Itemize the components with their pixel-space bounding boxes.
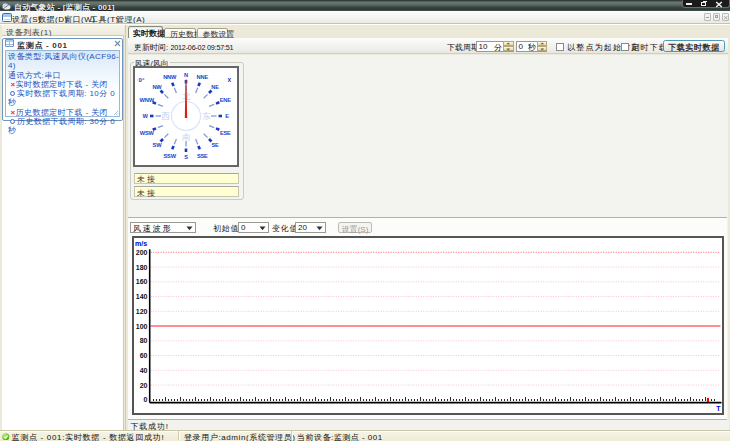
svg-text:20: 20: [140, 381, 148, 388]
svg-text:NW: NW: [152, 84, 162, 90]
svg-text:0°: 0°: [138, 76, 144, 83]
svg-text:西: 西: [161, 111, 170, 121]
svg-text:ESE: ESE: [219, 130, 230, 136]
svg-text:m/s: m/s: [135, 240, 147, 247]
svg-text:140: 140: [136, 293, 148, 300]
svg-text:NE: NE: [211, 84, 219, 90]
svg-text:x: x: [227, 76, 231, 83]
svg-text:T: T: [716, 405, 721, 412]
svg-text:WNW: WNW: [139, 97, 154, 103]
svg-text:180: 180: [136, 263, 148, 270]
svg-text:南: 南: [181, 132, 190, 142]
svg-text:S: S: [184, 154, 188, 160]
svg-text:60: 60: [140, 352, 148, 359]
svg-text:120: 120: [136, 307, 148, 314]
svg-text:W: W: [142, 113, 148, 119]
svg-text:ENE: ENE: [219, 97, 231, 103]
svg-text:SSE: SSE: [196, 153, 207, 159]
svg-text:100: 100: [136, 322, 148, 329]
svg-text:40: 40: [140, 366, 148, 373]
svg-text:E: E: [225, 113, 229, 119]
svg-text:200: 200: [136, 248, 148, 255]
svg-text:SE: SE: [211, 142, 219, 148]
svg-text:NNE: NNE: [196, 74, 208, 80]
svg-text:SW: SW: [152, 142, 162, 148]
svg-text:NNW: NNW: [163, 74, 177, 80]
svg-text:80: 80: [140, 337, 148, 344]
svg-text:0: 0: [144, 396, 148, 403]
svg-text:WSW: WSW: [139, 130, 154, 136]
svg-text:东: 东: [202, 111, 211, 121]
svg-text:N: N: [184, 72, 188, 78]
svg-text:160: 160: [136, 278, 148, 285]
svg-text:SSW: SSW: [163, 153, 176, 159]
